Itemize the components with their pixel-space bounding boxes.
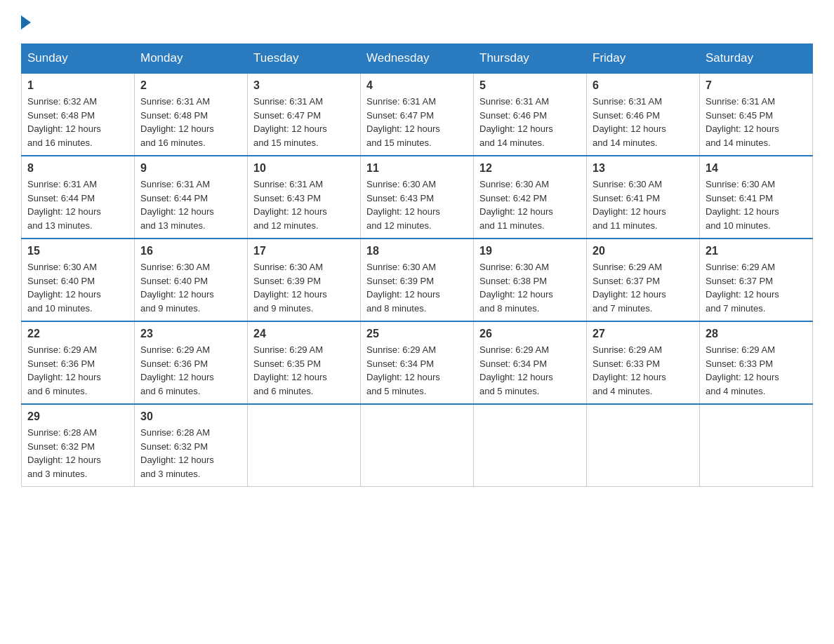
- day-number: 16: [140, 245, 241, 257]
- day-number: 25: [366, 328, 468, 340]
- day-info: Sunrise: 6:29 AMSunset: 6:37 PMDaylight:…: [706, 260, 807, 315]
- calendar-cell: 23Sunrise: 6:29 AMSunset: 6:36 PMDayligh…: [135, 321, 248, 404]
- day-info: Sunrise: 6:31 AMSunset: 6:43 PMDaylight:…: [253, 177, 355, 232]
- calendar-cell: 25Sunrise: 6:29 AMSunset: 6:34 PMDayligh…: [361, 321, 474, 404]
- calendar-cell: 1Sunrise: 6:32 AMSunset: 6:48 PMDaylight…: [22, 73, 135, 156]
- calendar-cell: 11Sunrise: 6:30 AMSunset: 6:43 PMDayligh…: [361, 156, 474, 239]
- page-header: [21, 14, 813, 29]
- day-info: Sunrise: 6:29 AMSunset: 6:35 PMDaylight:…: [253, 343, 355, 398]
- day-number: 29: [27, 410, 128, 423]
- day-number: 13: [593, 162, 694, 175]
- day-info: Sunrise: 6:31 AMSunset: 6:45 PMDaylight:…: [706, 95, 807, 149]
- day-info: Sunrise: 6:30 AMSunset: 6:41 PMDaylight:…: [706, 177, 807, 232]
- day-number: 11: [366, 162, 468, 175]
- day-number: 27: [593, 328, 694, 340]
- day-number: 8: [27, 162, 128, 175]
- day-info: Sunrise: 6:30 AMSunset: 6:39 PMDaylight:…: [253, 260, 355, 315]
- calendar-cell: 27Sunrise: 6:29 AMSunset: 6:33 PMDayligh…: [587, 321, 700, 404]
- week-row-4: 22Sunrise: 6:29 AMSunset: 6:36 PMDayligh…: [22, 321, 813, 404]
- day-info: Sunrise: 6:30 AMSunset: 6:40 PMDaylight:…: [140, 260, 241, 315]
- day-number: 4: [366, 79, 468, 92]
- day-info: Sunrise: 6:29 AMSunset: 6:36 PMDaylight:…: [27, 343, 128, 398]
- week-row-3: 15Sunrise: 6:30 AMSunset: 6:40 PMDayligh…: [22, 239, 813, 321]
- calendar-cell: 26Sunrise: 6:29 AMSunset: 6:34 PMDayligh…: [474, 321, 587, 404]
- calendar-cell: 20Sunrise: 6:29 AMSunset: 6:37 PMDayligh…: [587, 239, 700, 321]
- day-info: Sunrise: 6:28 AMSunset: 6:32 PMDaylight:…: [27, 426, 128, 481]
- calendar-cell: [248, 404, 361, 487]
- day-info: Sunrise: 6:30 AMSunset: 6:43 PMDaylight:…: [366, 177, 468, 232]
- day-number: 21: [706, 245, 807, 257]
- logo: [21, 14, 31, 29]
- column-header-saturday: Saturday: [700, 44, 813, 74]
- day-info: Sunrise: 6:30 AMSunset: 6:42 PMDaylight:…: [479, 177, 581, 232]
- calendar-cell: 30Sunrise: 6:28 AMSunset: 6:32 PMDayligh…: [135, 404, 248, 487]
- day-info: Sunrise: 6:30 AMSunset: 6:39 PMDaylight:…: [366, 260, 468, 315]
- day-info: Sunrise: 6:29 AMSunset: 6:36 PMDaylight:…: [140, 343, 241, 398]
- calendar-cell: 14Sunrise: 6:30 AMSunset: 6:41 PMDayligh…: [700, 156, 813, 239]
- day-number: 6: [593, 79, 694, 92]
- day-info: Sunrise: 6:30 AMSunset: 6:40 PMDaylight:…: [27, 260, 128, 315]
- week-row-5: 29Sunrise: 6:28 AMSunset: 6:32 PMDayligh…: [22, 404, 813, 487]
- calendar-cell: 21Sunrise: 6:29 AMSunset: 6:37 PMDayligh…: [700, 239, 813, 321]
- column-header-tuesday: Tuesday: [248, 44, 361, 74]
- calendar-cell: 24Sunrise: 6:29 AMSunset: 6:35 PMDayligh…: [248, 321, 361, 404]
- column-header-wednesday: Wednesday: [361, 44, 474, 74]
- day-number: 18: [366, 245, 468, 257]
- day-info: Sunrise: 6:29 AMSunset: 6:37 PMDaylight:…: [593, 260, 694, 315]
- day-info: Sunrise: 6:31 AMSunset: 6:44 PMDaylight:…: [27, 177, 128, 232]
- logo-triangle-icon: [21, 15, 31, 29]
- day-number: 14: [706, 162, 807, 175]
- calendar-cell: 16Sunrise: 6:30 AMSunset: 6:40 PMDayligh…: [135, 239, 248, 321]
- week-row-1: 1Sunrise: 6:32 AMSunset: 6:48 PMDaylight…: [22, 73, 813, 156]
- day-number: 23: [140, 328, 241, 340]
- calendar-cell: 9Sunrise: 6:31 AMSunset: 6:44 PMDaylight…: [135, 156, 248, 239]
- calendar-cell: 7Sunrise: 6:31 AMSunset: 6:45 PMDaylight…: [700, 73, 813, 156]
- calendar-table: SundayMondayTuesdayWednesdayThursdayFrid…: [21, 43, 813, 487]
- week-row-2: 8Sunrise: 6:31 AMSunset: 6:44 PMDaylight…: [22, 156, 813, 239]
- day-number: 24: [253, 328, 355, 340]
- day-info: Sunrise: 6:31 AMSunset: 6:48 PMDaylight:…: [140, 95, 241, 149]
- calendar-cell: 12Sunrise: 6:30 AMSunset: 6:42 PMDayligh…: [474, 156, 587, 239]
- day-number: 5: [479, 79, 581, 92]
- calendar-cell: 8Sunrise: 6:31 AMSunset: 6:44 PMDaylight…: [22, 156, 135, 239]
- calendar-cell: 4Sunrise: 6:31 AMSunset: 6:47 PMDaylight…: [361, 73, 474, 156]
- day-number: 7: [706, 79, 807, 92]
- calendar-cell: 28Sunrise: 6:29 AMSunset: 6:33 PMDayligh…: [700, 321, 813, 404]
- column-header-friday: Friday: [587, 44, 700, 74]
- calendar-cell: [474, 404, 587, 487]
- day-number: 2: [140, 79, 241, 92]
- calendar-header-row: SundayMondayTuesdayWednesdayThursdayFrid…: [22, 44, 813, 74]
- day-number: 10: [253, 162, 355, 175]
- day-info: Sunrise: 6:29 AMSunset: 6:34 PMDaylight:…: [479, 343, 581, 398]
- day-number: 15: [27, 245, 128, 257]
- calendar-cell: 2Sunrise: 6:31 AMSunset: 6:48 PMDaylight…: [135, 73, 248, 156]
- day-info: Sunrise: 6:31 AMSunset: 6:44 PMDaylight:…: [140, 177, 241, 232]
- day-info: Sunrise: 6:31 AMSunset: 6:46 PMDaylight:…: [479, 95, 581, 149]
- column-header-thursday: Thursday: [474, 44, 587, 74]
- day-info: Sunrise: 6:28 AMSunset: 6:32 PMDaylight:…: [140, 426, 241, 481]
- day-number: 1: [27, 79, 128, 92]
- day-info: Sunrise: 6:29 AMSunset: 6:33 PMDaylight:…: [593, 343, 694, 398]
- calendar-cell: 17Sunrise: 6:30 AMSunset: 6:39 PMDayligh…: [248, 239, 361, 321]
- day-info: Sunrise: 6:29 AMSunset: 6:34 PMDaylight:…: [366, 343, 468, 398]
- day-number: 3: [253, 79, 355, 92]
- day-number: 20: [593, 245, 694, 257]
- calendar-cell: 10Sunrise: 6:31 AMSunset: 6:43 PMDayligh…: [248, 156, 361, 239]
- calendar-cell: [361, 404, 474, 487]
- day-number: 12: [479, 162, 581, 175]
- column-header-monday: Monday: [135, 44, 248, 74]
- column-header-sunday: Sunday: [22, 44, 135, 74]
- day-info: Sunrise: 6:30 AMSunset: 6:38 PMDaylight:…: [479, 260, 581, 315]
- day-number: 19: [479, 245, 581, 257]
- day-number: 22: [27, 328, 128, 340]
- calendar-cell: [587, 404, 700, 487]
- calendar-cell: 15Sunrise: 6:30 AMSunset: 6:40 PMDayligh…: [22, 239, 135, 321]
- day-info: Sunrise: 6:31 AMSunset: 6:47 PMDaylight:…: [366, 95, 468, 149]
- calendar-cell: 29Sunrise: 6:28 AMSunset: 6:32 PMDayligh…: [22, 404, 135, 487]
- calendar-cell: [700, 404, 813, 487]
- day-info: Sunrise: 6:31 AMSunset: 6:47 PMDaylight:…: [253, 95, 355, 149]
- calendar-cell: 13Sunrise: 6:30 AMSunset: 6:41 PMDayligh…: [587, 156, 700, 239]
- calendar-cell: 22Sunrise: 6:29 AMSunset: 6:36 PMDayligh…: [22, 321, 135, 404]
- day-number: 30: [140, 410, 241, 423]
- day-info: Sunrise: 6:32 AMSunset: 6:48 PMDaylight:…: [27, 95, 128, 149]
